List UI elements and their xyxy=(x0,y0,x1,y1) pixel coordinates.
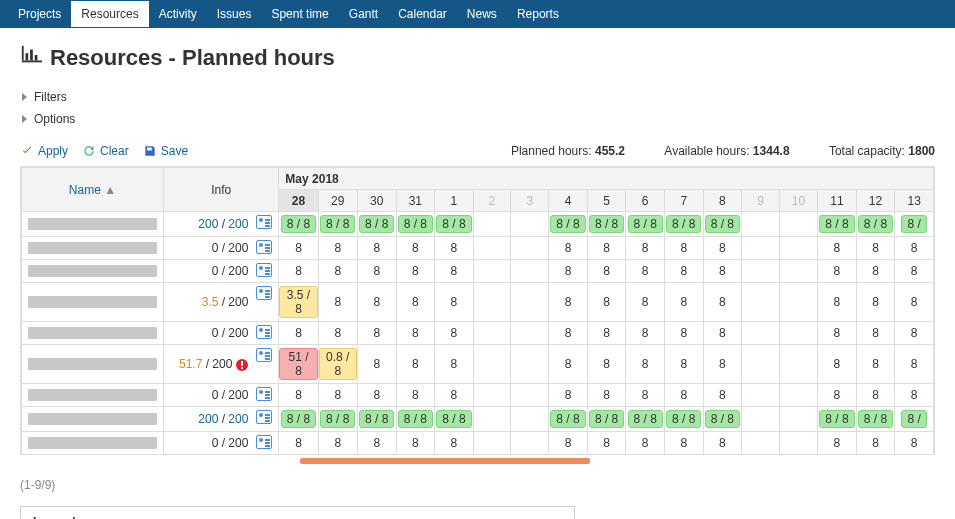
cell[interactable] xyxy=(511,212,549,237)
cell[interactable]: 8 xyxy=(703,345,742,384)
cell[interactable]: 8 xyxy=(357,384,396,407)
day-5[interactable]: 5 xyxy=(587,190,626,212)
cell[interactable]: 8 xyxy=(357,322,396,345)
cell[interactable]: 8 xyxy=(357,432,396,455)
cell[interactable]: 8 xyxy=(396,384,435,407)
cell[interactable] xyxy=(511,260,549,283)
cell[interactable]: 8 xyxy=(895,237,934,260)
vcard-icon[interactable] xyxy=(256,325,272,339)
resource-info[interactable]: 0 / 200 xyxy=(163,432,278,455)
cell[interactable]: 8 / 8 xyxy=(703,407,742,432)
cell[interactable]: 8 / 8 xyxy=(435,212,474,237)
cell[interactable] xyxy=(742,212,780,237)
resource-name[interactable] xyxy=(22,212,164,237)
resource-info[interactable]: 0 / 200 xyxy=(163,260,278,283)
cell[interactable]: 8 / 8 xyxy=(549,212,588,237)
resource-name[interactable] xyxy=(22,407,164,432)
cell[interactable]: 8 xyxy=(626,260,665,283)
day-30[interactable]: 30 xyxy=(357,190,396,212)
resource-name[interactable] xyxy=(22,345,164,384)
day-7[interactable]: 7 xyxy=(664,190,703,212)
cell[interactable]: 8 xyxy=(549,384,588,407)
cell[interactable]: 8 xyxy=(587,384,626,407)
cell[interactable]: 8 xyxy=(587,322,626,345)
cell[interactable] xyxy=(511,345,549,384)
cell[interactable]: 8 xyxy=(818,283,857,322)
nav-news[interactable]: News xyxy=(457,1,507,27)
cell[interactable]: 8 xyxy=(279,260,318,283)
vcard-icon[interactable] xyxy=(256,387,272,401)
cell[interactable]: 8 xyxy=(664,322,703,345)
cell[interactable]: 8 / 8 xyxy=(549,407,588,432)
cell[interactable]: 8 xyxy=(818,260,857,283)
save-link[interactable]: Save xyxy=(143,144,188,158)
day-9[interactable]: 9 xyxy=(742,190,780,212)
cell[interactable]: 8 xyxy=(895,432,934,455)
cell[interactable] xyxy=(779,345,817,384)
cell[interactable]: 8 xyxy=(435,283,474,322)
cell[interactable] xyxy=(511,432,549,455)
nav-spent-time[interactable]: Spent time xyxy=(261,1,338,27)
vcard-icon[interactable] xyxy=(256,263,272,277)
day-31[interactable]: 31 xyxy=(396,190,435,212)
cell[interactable]: 8 xyxy=(664,384,703,407)
cell[interactable]: 8 xyxy=(626,432,665,455)
cell[interactable]: 8 xyxy=(587,260,626,283)
day-1[interactable]: 1 xyxy=(435,190,474,212)
cell[interactable]: 8 xyxy=(856,237,895,260)
resource-info[interactable]: 0 / 200 xyxy=(163,384,278,407)
cell[interactable] xyxy=(779,237,817,260)
cell[interactable]: 8 xyxy=(435,345,474,384)
cell[interactable]: 8 xyxy=(895,345,934,384)
cell[interactable]: 8 xyxy=(435,432,474,455)
cell[interactable]: 8 xyxy=(357,237,396,260)
cell[interactable]: 8 / 8 xyxy=(703,212,742,237)
cell[interactable]: 8 / 8 xyxy=(357,212,396,237)
cell[interactable]: 8 / 8 xyxy=(626,407,665,432)
cell[interactable] xyxy=(742,407,780,432)
day-8[interactable]: 8 xyxy=(703,190,742,212)
col-info[interactable]: Info xyxy=(163,168,278,212)
cell[interactable]: 8 xyxy=(549,283,588,322)
cell[interactable] xyxy=(473,384,511,407)
day-28[interactable]: 28 xyxy=(279,190,318,212)
cell[interactable] xyxy=(742,283,780,322)
resource-name[interactable] xyxy=(22,237,164,260)
cell[interactable] xyxy=(742,322,780,345)
cell[interactable]: 8 xyxy=(895,322,934,345)
cell[interactable] xyxy=(779,212,817,237)
cell[interactable]: 8 xyxy=(318,237,357,260)
cell[interactable]: 8 xyxy=(856,345,895,384)
cell[interactable]: 8 xyxy=(703,384,742,407)
day-4[interactable]: 4 xyxy=(549,190,588,212)
resource-info[interactable]: 0 / 200 xyxy=(163,322,278,345)
cell[interactable]: 8 xyxy=(895,384,934,407)
cell[interactable] xyxy=(473,237,511,260)
resource-name[interactable] xyxy=(22,432,164,455)
vcard-icon[interactable] xyxy=(256,410,272,424)
cell[interactable]: 8 xyxy=(856,283,895,322)
apply-link[interactable]: Apply xyxy=(20,144,68,158)
nav-resources[interactable]: Resources xyxy=(71,1,148,27)
cell[interactable]: 8 xyxy=(703,260,742,283)
vcard-icon[interactable] xyxy=(256,215,272,229)
cell[interactable]: 8 xyxy=(279,237,318,260)
cell[interactable] xyxy=(742,237,780,260)
cell[interactable]: 8 / 8 xyxy=(435,407,474,432)
cell[interactable]: 8 xyxy=(818,432,857,455)
vcard-icon[interactable] xyxy=(256,286,272,300)
cell[interactable] xyxy=(742,345,780,384)
cell[interactable] xyxy=(779,322,817,345)
cell[interactable]: 8 xyxy=(396,322,435,345)
cell[interactable] xyxy=(473,345,511,384)
cell[interactable]: 8 xyxy=(279,384,318,407)
cell[interactable]: 8 xyxy=(703,432,742,455)
cell[interactable] xyxy=(511,283,549,322)
cell[interactable] xyxy=(742,432,780,455)
options-toggle[interactable]: Options xyxy=(20,108,935,130)
cell[interactable] xyxy=(742,384,780,407)
cell[interactable] xyxy=(779,432,817,455)
day-29[interactable]: 29 xyxy=(318,190,357,212)
cell[interactable]: 8 xyxy=(626,237,665,260)
nav-gantt[interactable]: Gantt xyxy=(339,1,388,27)
